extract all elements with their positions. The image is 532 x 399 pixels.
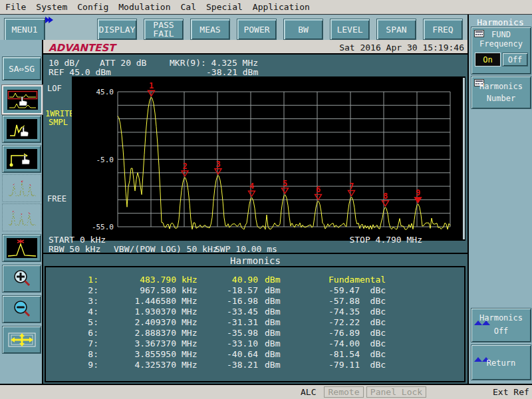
fund-frequency-softkey[interactable]: FUND Frequency On Off: [471, 27, 531, 74]
harmonic-freq: 2.888370: [106, 328, 176, 338]
trace-select-button[interactable]: [2, 85, 43, 114]
marker-number-4: 4: [249, 182, 254, 191]
harmonic-freq: 967.580: [106, 285, 176, 295]
harmonic-dbc: -79.11 dBc: [329, 360, 386, 370]
return-softkey[interactable]: Return: [471, 344, 531, 380]
harmonic-row-1: 1:483.790kHz40.90dBmFundamental: [43, 275, 467, 285]
marker-number-1: 1: [149, 81, 154, 90]
harmonic-freq: 4.325370: [106, 360, 176, 370]
harmonic-n: 7:: [70, 338, 98, 348]
ext-ref-status: Ext Ref: [493, 387, 529, 397]
menu1-button[interactable]: MENU1: [4, 18, 45, 41]
marker-number-5: 5: [283, 179, 287, 188]
display-button[interactable]: DISPLAY: [97, 19, 137, 40]
harmonic-level: -35.98: [201, 328, 258, 338]
zoom-out-icon: [7, 299, 37, 319]
harmonic-row-2: 2:967.580kHz-18.57dBm-59.47 dBc: [43, 285, 467, 296]
advantest-logo: ADVANTEST: [49, 42, 115, 54]
plot-right-edge: [463, 78, 465, 239]
divider: [43, 253, 467, 254]
menu-item-application[interactable]: Application: [253, 2, 310, 12]
zoom-in-button[interactable]: [2, 265, 41, 293]
harmonic-level: -18.57: [201, 285, 258, 295]
datetime: Sat 2016 Apr 30 15:19:46: [339, 43, 464, 53]
marker-number-6: 6: [316, 185, 321, 194]
display-header: ADVANTEST Sat 2016 Apr 30 15:19:46: [43, 40, 467, 55]
harmonic-freq: 1.930370: [106, 307, 176, 317]
menu-item-cal[interactable]: Cal: [181, 2, 196, 12]
harmonic-level: -40.64: [201, 349, 258, 359]
fund-off-toggle[interactable]: Off: [502, 53, 528, 66]
lof-label: LOF: [47, 84, 62, 93]
menu-item-system[interactable]: System: [36, 2, 67, 12]
instrument-screen: FileSystemConfigModulationCalSpecialAppl…: [0, 0, 532, 399]
harmonic-n: 9:: [70, 360, 98, 370]
harmonic-level: -31.31: [201, 317, 258, 327]
bw-button[interactable]: BW: [283, 19, 323, 40]
return-label: Return: [471, 358, 531, 368]
menu1-label: MENU1: [11, 25, 37, 34]
trace-move-button[interactable]: [2, 115, 41, 143]
trace-select-icon: [7, 90, 38, 110]
harmonic-freq: 3.855950: [106, 349, 176, 359]
harmonic-n: 6:: [70, 328, 98, 338]
harmonic-n: 3:: [70, 296, 98, 306]
harmonic-row-5: 5:2.409370MHz-31.31dBm-72.22 dBc: [43, 317, 467, 328]
span-button[interactable]: SPAN: [376, 19, 416, 40]
harmonic-lunit: dBm: [265, 338, 280, 348]
harmonic-row-6: 6:2.888370MHz-35.98dBm-76.89 dBc: [43, 328, 467, 338]
harmonic-funit: kHz: [182, 275, 197, 285]
menu-item-special[interactable]: Special: [206, 2, 243, 12]
sample-detector-label: SMPL: [49, 118, 68, 127]
plot-background: [72, 76, 466, 241]
marker-number-7: 7: [349, 182, 354, 191]
fund-on-toggle[interactable]: On: [475, 53, 501, 66]
harmonic-n: 4:: [70, 307, 98, 317]
fund-label: FUND: [471, 30, 531, 39]
harmonic-row-7: 7:3.367370MHz-33.10dBm-74.00 dBc: [43, 338, 467, 349]
zoom-in-icon: [7, 269, 37, 289]
pan-icon: [7, 330, 37, 350]
level-button[interactable]: LEVEL: [330, 19, 370, 40]
harmonic-lunit: dBm: [265, 360, 280, 370]
harmonic-level: -16.98: [201, 296, 258, 306]
harmonic-funit: MHz: [182, 349, 197, 359]
harmonic-row-4: 4:1.930370MHz-33.45dBm-74.35 dBc: [43, 307, 467, 317]
marker-level-readout: -38.21 dBm: [206, 67, 258, 77]
pan-button[interactable]: [2, 326, 41, 354]
harmonic-dbc: -74.35 dBc: [329, 307, 386, 317]
y-axis-tick: -5.0: [96, 156, 114, 164]
harmonics-number-softkey[interactable]: Harmonics Number: [471, 76, 531, 109]
stop-frequency-label: STOP 4.790 MHz: [349, 235, 422, 245]
harmonic-lunit: dBm: [265, 317, 280, 327]
y-axis-tick: -55.0: [92, 223, 114, 231]
harmonic-lunit: dBm: [265, 349, 280, 359]
write-mode-label: 1WRITE: [45, 109, 74, 118]
harmonics-off-softkey[interactable]: Harmonics Off: [471, 308, 531, 342]
marker-number-9: 9: [416, 188, 420, 198]
zoom-out-button[interactable]: [2, 295, 41, 323]
harmonic-dbc: Fundamental: [329, 275, 386, 285]
menu-item-file[interactable]: File: [5, 2, 26, 12]
harmonic-funit: MHz: [182, 317, 197, 327]
harmonic-lunit: dBm: [265, 307, 280, 317]
sa-sg-toggle-button[interactable]: SA⇔SG: [2, 57, 41, 80]
line-edit-icon: [7, 149, 37, 169]
frequency-label: Frequency: [471, 39, 531, 49]
multi-marker-button: [2, 174, 41, 202]
marker-number-8: 8: [383, 192, 388, 201]
alc-status: ALC: [301, 387, 316, 397]
menu-item-config[interactable]: Config: [77, 2, 108, 12]
freq-button[interactable]: FREQ: [423, 19, 463, 40]
line-edit-button[interactable]: [2, 145, 41, 173]
free-run-label: FREE: [47, 194, 66, 203]
harmonic-n: 1:: [70, 275, 98, 285]
pass-fail-button[interactable]: PASS FAIL: [144, 19, 184, 40]
power-button[interactable]: POWER: [237, 19, 277, 40]
harmonic-n: 2:: [70, 285, 98, 295]
harmonic-funit: MHz: [182, 307, 197, 317]
peak-search-button[interactable]: [2, 234, 41, 262]
harmonic-funit: MHz: [182, 338, 197, 348]
menu-item-modulation[interactable]: Modulation: [118, 2, 170, 12]
meas-button[interactable]: MEAS: [190, 19, 230, 40]
